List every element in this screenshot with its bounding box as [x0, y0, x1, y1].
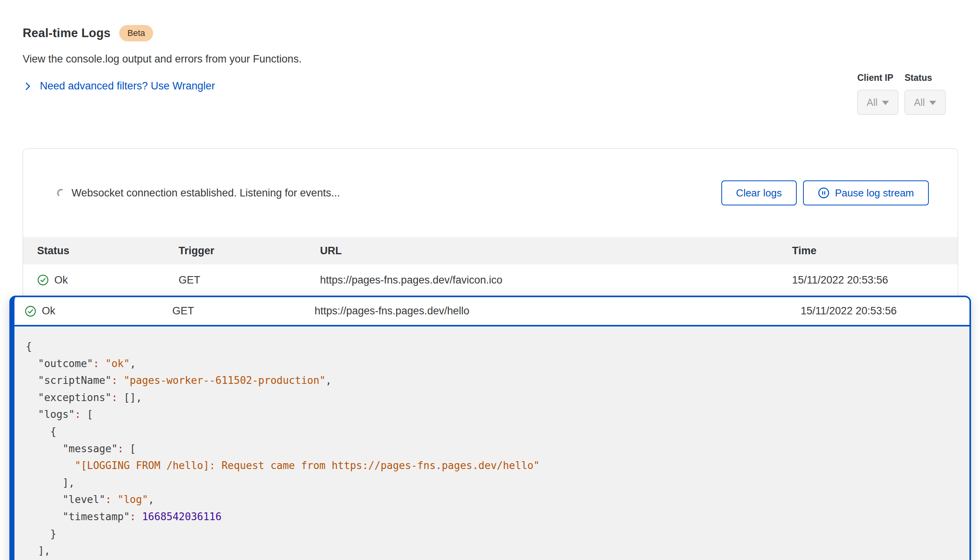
status-cell: Ok [25, 305, 172, 317]
column-header-time: Time [792, 245, 958, 257]
log-table-header: Status Trigger URL Time [23, 237, 958, 264]
json-line: } [26, 526, 969, 543]
json-line: "exceptions": [], [26, 389, 969, 407]
status-filter-group: Status All [905, 73, 946, 115]
check-circle-icon [37, 274, 49, 286]
chevron-down-icon [929, 101, 936, 105]
page-description: View the console.log output and errors f… [23, 53, 980, 65]
column-header-trigger: Trigger [179, 245, 320, 257]
json-line: { [26, 423, 969, 441]
status-value: All [914, 97, 925, 108]
page-header: Real-time Logs Beta View the console.log… [0, 0, 980, 92]
json-line: ], [26, 542, 969, 560]
pause-circle-icon [818, 187, 830, 199]
wrangler-link[interactable]: Need advanced filters? Use Wrangler [23, 80, 215, 92]
status-cell: Ok [37, 274, 179, 286]
wrangler-link-text[interactable]: Need advanced filters? Use Wrangler [40, 80, 215, 92]
url-cell: https://pages-fns.pages.dev/favicon.ico [320, 274, 792, 286]
check-circle-icon [25, 305, 36, 317]
chevron-down-icon [882, 101, 889, 105]
chevron-right-icon [23, 81, 33, 91]
column-header-url: URL [320, 245, 792, 257]
pause-log-stream-button[interactable]: Pause log stream [803, 180, 929, 205]
stream-status-bar: Websocket connection established. Listen… [23, 149, 958, 237]
time-cell: 15/11/2022 20:53:56 [792, 274, 958, 286]
json-line: "scriptName": "pages-worker--611502-prod… [26, 372, 969, 389]
json-log-body: { "outcome": "ok", "scriptName": "pages-… [14, 326, 969, 560]
status-select[interactable]: All [905, 90, 946, 115]
json-line: "message": [ [26, 441, 969, 458]
json-line: ], [26, 474, 969, 492]
json-line: "timestamp": 1668542036116 [26, 508, 969, 526]
json-line: "level": "log", [26, 491, 969, 508]
time-cell: 15/11/2022 20:53:56 [801, 305, 969, 317]
expanded-log-entry: Ok GET https://pages-fns.pages.dev/hello… [9, 296, 971, 560]
status-text: Ok [54, 274, 68, 286]
trigger-cell: GET [172, 305, 315, 317]
json-line: "[LOGGING FROM /hello]: Request came fro… [26, 457, 969, 474]
stream-actions: Clear logs Pause log stream [721, 180, 929, 205]
client-ip-value: All [867, 97, 878, 108]
status-text: Ok [42, 305, 55, 317]
pause-button-label: Pause log stream [835, 187, 914, 199]
json-line: "logs": [ [26, 406, 969, 423]
client-ip-label: Client IP [857, 73, 898, 83]
column-header-status: Status [37, 245, 179, 257]
log-table-row-selected[interactable]: Ok GET https://pages-fns.pages.dev/hello… [14, 297, 969, 326]
client-ip-filter-group: Client IP All [857, 73, 898, 115]
page-title: Real-time Logs [23, 26, 111, 40]
stream-status-message: Websocket connection established. Listen… [72, 187, 340, 199]
spinner-icon [56, 188, 66, 198]
clear-logs-button[interactable]: Clear logs [721, 180, 797, 205]
url-cell: https://pages-fns.pages.dev/hello [315, 305, 801, 317]
trigger-cell: GET [179, 274, 320, 286]
log-filters: Client IP All Status All [857, 73, 946, 115]
json-line: "outcome": "ok", [26, 355, 969, 373]
json-line: { [26, 338, 969, 355]
status-label: Status [905, 73, 946, 83]
log-table-row[interactable]: Ok GET https://pages-fns.pages.dev/favic… [23, 264, 958, 296]
title-row: Real-time Logs Beta [23, 25, 980, 41]
client-ip-select[interactable]: All [857, 90, 898, 115]
beta-badge: Beta [119, 25, 153, 41]
